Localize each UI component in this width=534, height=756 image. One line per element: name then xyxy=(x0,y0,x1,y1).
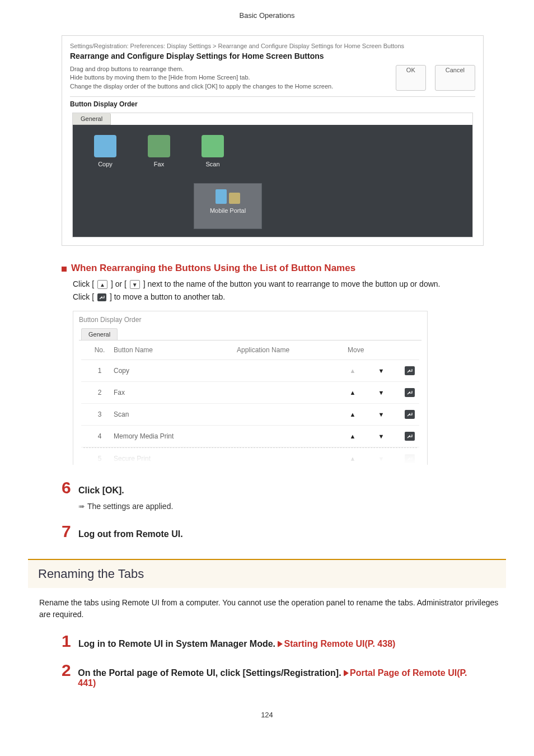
result-arrow-icon: ➠ xyxy=(78,502,85,511)
cell-move: ▲▼ xyxy=(348,388,415,398)
section-paragraph: Rename the tabs using Remote UI from a c… xyxy=(39,597,506,620)
app-scan[interactable]: Scan xyxy=(191,135,234,167)
step-title: On the Portal page of Remote UI, click [… xyxy=(78,668,478,688)
app-mobile-portal[interactable]: Mobile Portal xyxy=(194,183,262,229)
step-number: 6 xyxy=(62,479,78,496)
cell-move: ▲▼ xyxy=(348,366,415,376)
col-app: Application Name xyxy=(237,346,348,354)
cell-button-name: Fax xyxy=(114,389,237,396)
move-up-button[interactable]: ▲ xyxy=(348,388,358,398)
up-arrow-icon: ▲ xyxy=(97,280,107,289)
step-number: 1 xyxy=(62,633,78,650)
step-title: Click [OK]. xyxy=(78,486,124,496)
move-to-tab-button[interactable] xyxy=(405,410,415,419)
section-label: Button Display Order xyxy=(70,96,475,108)
list-label: Button Display Order xyxy=(79,316,421,324)
move-up-button: ▲ xyxy=(348,366,358,376)
copy-icon xyxy=(94,135,116,157)
step-title: Log in to Remote UI in System Manager Mo… xyxy=(78,639,395,649)
link-bullet-icon xyxy=(344,670,349,676)
instr-line: Hide buttons by moving them to the [Hide… xyxy=(70,73,389,82)
move-down-button[interactable]: ▼ xyxy=(376,366,386,376)
cancel-button[interactable]: Cancel xyxy=(435,65,475,91)
cell-move: ▲▼ xyxy=(348,431,415,441)
screenshot-button-list: Button Display Order General No. Button … xyxy=(73,311,428,465)
cell-button-name: Copy xyxy=(114,367,237,375)
ok-button[interactable]: OK xyxy=(396,65,426,91)
table-row: 1Copy▲▼ xyxy=(81,360,419,382)
link-bullet-icon xyxy=(278,641,283,647)
page-header: Basic Operations xyxy=(28,11,506,20)
tab-general[interactable]: General xyxy=(81,328,118,340)
cell-button-name: Memory Media Print xyxy=(114,432,237,440)
step-sub: ➠The settings are applied. xyxy=(78,502,478,511)
description-line-1: Click [ ▲ ] or [ ▼ ] next to the name of… xyxy=(73,278,478,290)
breadcrumb: Settings/Registration: Preferences: Disp… xyxy=(70,43,475,49)
screenshot-rearrange-buttons: Settings/Registration: Preferences: Disp… xyxy=(62,35,484,246)
drag-area[interactable]: Copy Fax Scan Mobile Portal xyxy=(73,125,472,237)
cell-no: 3 xyxy=(86,410,114,418)
move-to-tab-button[interactable] xyxy=(405,432,415,441)
app-copy[interactable]: Copy xyxy=(84,135,127,167)
cell-move: ▲▼ xyxy=(348,409,415,419)
app-label: Scan xyxy=(191,161,234,167)
table-row: 3Scan▲▼ xyxy=(81,404,419,426)
description-line-2: Click [ ] to move a button to another ta… xyxy=(73,291,478,303)
cell-button-name: Scan xyxy=(114,410,237,418)
col-name: Button Name xyxy=(114,346,237,354)
app-label: Fax xyxy=(138,161,180,167)
step-number: 2 xyxy=(62,662,78,679)
step-title: Log out from Remote UI. xyxy=(78,529,183,539)
col-move: Move xyxy=(348,346,415,354)
section-heading: Renaming the Tabs xyxy=(28,559,506,588)
fade-mask xyxy=(73,450,427,465)
cell-no: 1 xyxy=(86,367,114,375)
square-bullet-icon xyxy=(62,267,67,272)
cell-no: 2 xyxy=(86,389,114,396)
move-up-button[interactable]: ▲ xyxy=(348,409,358,419)
down-arrow-icon: ▼ xyxy=(130,280,140,289)
table-row: 4Memory Media Print▲▼ xyxy=(81,426,419,447)
link-starting-remote-ui[interactable]: Starting Remote UI(P. 438) xyxy=(284,639,395,648)
step-number: 7 xyxy=(62,523,78,540)
instructions: Drag and drop buttons to rearrange them.… xyxy=(70,65,389,91)
instr-line: Change the display order of the buttons … xyxy=(70,82,389,91)
move-up-button[interactable]: ▲ xyxy=(348,431,358,441)
subhead: When Rearranging the Buttons Using the L… xyxy=(71,263,355,274)
app-label: Mobile Portal xyxy=(194,207,261,214)
move-down-button[interactable]: ▼ xyxy=(376,409,386,419)
phone-icon xyxy=(216,189,227,204)
move-down-button[interactable]: ▼ xyxy=(376,388,386,398)
move-to-tab-button[interactable] xyxy=(405,388,415,397)
app-label: Copy xyxy=(84,161,127,167)
move-down-button[interactable]: ▼ xyxy=(376,431,386,441)
scan-icon xyxy=(202,135,224,157)
page-number: 124 xyxy=(28,711,506,719)
table-row: 2Fax▲▼ xyxy=(81,382,419,404)
cell-no: 4 xyxy=(86,432,114,440)
move-to-tab-button[interactable] xyxy=(405,366,415,375)
col-no: No. xyxy=(86,346,114,354)
device-icon xyxy=(229,193,240,204)
tab-general[interactable]: General xyxy=(73,113,111,125)
move-tab-icon xyxy=(97,293,106,301)
fax-icon xyxy=(148,135,170,157)
screenshot-title: Rearrange and Configure Display Settings… xyxy=(70,52,475,60)
instr-line: Drag and drop buttons to rearrange them. xyxy=(70,65,389,73)
app-fax[interactable]: Fax xyxy=(138,135,180,167)
table-header: No. Button Name Application Name Move xyxy=(81,340,419,360)
